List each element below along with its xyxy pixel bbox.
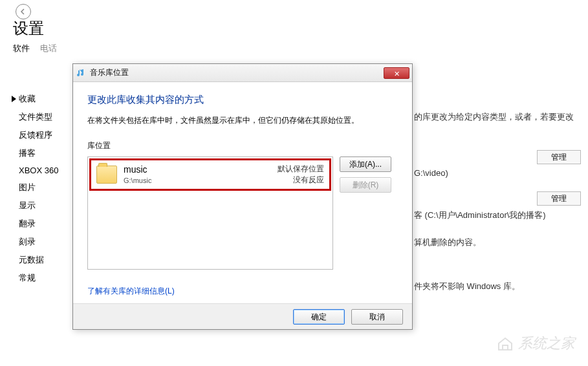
- manage-button-1[interactable]: 管理: [537, 150, 581, 164]
- sidebar-item-label: 元数据: [19, 254, 44, 266]
- arrow-left-icon: [19, 8, 27, 16]
- sidebar-item-label: 常规: [19, 272, 36, 284]
- bg-podcast-path: 客 (C:\用户\Administrator\我的播客): [414, 210, 546, 221]
- sidebar-item-label: XBOX 360: [19, 166, 58, 175]
- close-button[interactable]: ✕: [384, 67, 409, 79]
- page-title: 设置: [13, 18, 44, 39]
- sidebar-item-label: 播客: [19, 147, 36, 159]
- bg-library-note: 件夹将不影响 Windows 库。: [414, 281, 520, 292]
- sidebar-item-label: 显示: [19, 200, 36, 211]
- sidebar-item-favorites[interactable]: 收藏: [12, 93, 58, 105]
- folder-path: G:\music: [124, 176, 271, 186]
- watermark: 系统之家: [496, 334, 575, 353]
- house-icon: [496, 336, 514, 351]
- learn-more-link[interactable]: 了解有关库的详细信息(L): [87, 286, 175, 297]
- library-locations-list[interactable]: music G:\music 默认保存位置 没有反应: [87, 156, 333, 270]
- back-button[interactable]: [16, 4, 31, 19]
- list-action-buttons: 添加(A)... 删除(R): [340, 156, 391, 270]
- sidebar-item-filetypes[interactable]: 文件类型: [12, 111, 58, 123]
- sidebar-item-label: 刻录: [19, 236, 36, 248]
- sidebar-item-feedback[interactable]: 反馈程序: [12, 129, 58, 141]
- dialog-heading: 更改此库收集其内容的方式: [87, 94, 398, 106]
- cancel-button[interactable]: 取消: [351, 309, 403, 325]
- tab-software[interactable]: 软件: [13, 43, 30, 54]
- folder-icon: [96, 166, 117, 184]
- tab-phone[interactable]: 电话: [40, 43, 57, 54]
- sidebar-item-label: 图片: [19, 182, 36, 193]
- sidebar: 收藏 文件类型 反馈程序 播客 XBOX 360 图片 显示 翻录 刻录 元数据…: [12, 93, 58, 284]
- sidebar-item-display[interactable]: 显示: [12, 200, 58, 211]
- sidebar-item-general[interactable]: 常规: [12, 272, 58, 284]
- dialog-button-bar: 确定 取消: [73, 303, 412, 329]
- sidebar-item-pictures[interactable]: 图片: [12, 182, 58, 193]
- dialog-body: 更改此库收集其内容的方式 在将文件夹包括在库中时，文件虽然显示在库中，但它们仍存…: [73, 82, 412, 329]
- sidebar-item-label: 翻录: [19, 218, 36, 230]
- dialog-description: 在将文件夹包括在库中时，文件虽然显示在库中，但它们仍存储在其原始位置。: [87, 115, 398, 126]
- tabs: 软件 电话: [13, 43, 57, 54]
- sidebar-item-podcast[interactable]: 播客: [12, 147, 58, 159]
- watermark-text: 系统之家: [518, 334, 575, 353]
- folder-name: music: [124, 164, 271, 177]
- section-label: 库位置: [87, 140, 398, 151]
- sidebar-item-xbox360[interactable]: XBOX 360: [12, 166, 58, 175]
- ok-button[interactable]: 确定: [293, 309, 345, 325]
- status-no-response: 没有反应: [278, 175, 324, 186]
- music-library-dialog: 音乐库位置 ✕ 更改此库收集其内容的方式 在将文件夹包括在库中时，文件虽然显示在…: [72, 63, 413, 330]
- music-note-icon: [76, 68, 86, 78]
- status-default-save: 默认保存位置: [278, 164, 324, 175]
- sidebar-item-label: 收藏: [19, 93, 36, 105]
- remove-button[interactable]: 删除(R): [340, 177, 391, 193]
- manage-button-2[interactable]: 管理: [537, 191, 581, 206]
- sidebar-item-burn[interactable]: 刻录: [12, 236, 58, 248]
- bg-video-path: G:\video): [414, 168, 448, 178]
- sidebar-item-label: 反馈程序: [19, 129, 52, 141]
- bg-line1: 的库更改为给定内容类型，或者，若要更改: [414, 111, 574, 123]
- pointer-icon: [12, 96, 16, 102]
- dialog-title: 音乐库位置: [90, 67, 384, 78]
- list-item-selected[interactable]: music G:\music 默认保存位置 没有反应: [89, 158, 331, 191]
- sidebar-item-metadata[interactable]: 元数据: [12, 254, 58, 266]
- folder-text: music G:\music: [124, 164, 271, 186]
- close-icon: ✕: [394, 70, 400, 78]
- dialog-titlebar[interactable]: 音乐库位置 ✕: [73, 64, 412, 82]
- sidebar-item-rip[interactable]: 翻录: [12, 218, 58, 230]
- folder-status: 默认保存位置 没有反应: [278, 164, 324, 186]
- sidebar-item-label: 文件类型: [19, 111, 52, 123]
- bg-deleted: 算机删除的内容。: [414, 237, 481, 248]
- add-button[interactable]: 添加(A)...: [340, 156, 391, 172]
